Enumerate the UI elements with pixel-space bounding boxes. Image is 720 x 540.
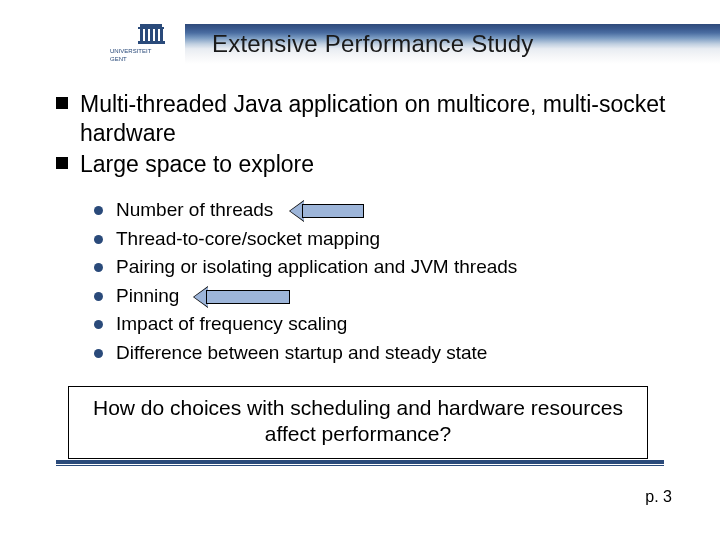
svg-rect-5 (155, 29, 158, 41)
square-bullet-icon (56, 97, 68, 109)
logo-text-bottom: GENT (110, 56, 127, 62)
main-bullet-item: Large space to explore (56, 150, 680, 179)
dot-bullet-icon (94, 349, 103, 358)
sub-bullet-list: Number of threads Thread-to-core/socket … (94, 196, 680, 367)
main-bullet-list: Multi-threaded Java application on multi… (56, 90, 680, 178)
sub-bullet-item: Pairing or isolating application and JVM… (94, 253, 680, 282)
slide-title: Extensive Performance Study (212, 30, 534, 58)
dot-bullet-icon (94, 263, 103, 272)
svg-rect-3 (145, 29, 148, 41)
main-bullet-text: Multi-threaded Java application on multi… (80, 91, 666, 146)
dot-bullet-icon (94, 235, 103, 244)
sub-bullet-item: Difference between startup and steady st… (94, 339, 680, 368)
sub-bullet-text: Difference between startup and steady st… (116, 342, 487, 363)
sub-bullet-text: Impact of frequency scaling (116, 313, 347, 334)
arrow-icon (290, 203, 364, 219)
logo-text-top: UNIVERSITEIT (110, 48, 152, 54)
university-logo: UNIVERSITEIT GENT (110, 22, 180, 64)
sub-bullet-text: Pairing or isolating application and JVM… (116, 256, 517, 277)
footer-rule (56, 460, 664, 466)
dot-bullet-icon (94, 292, 103, 301)
svg-rect-1 (138, 27, 164, 29)
content-area: Multi-threaded Java application on multi… (56, 90, 680, 367)
svg-rect-0 (140, 24, 162, 27)
sub-bullet-item: Thread-to-core/socket mapping (94, 225, 680, 254)
dot-bullet-icon (94, 320, 103, 329)
sub-bullet-text: Pinning (116, 285, 179, 306)
sub-bullet-item: Pinning (94, 282, 680, 311)
main-bullet-text: Large space to explore (80, 151, 314, 177)
square-bullet-icon (56, 157, 68, 169)
callout-box: How do choices with scheduling and hardw… (68, 386, 648, 459)
title-bar: UNIVERSITEIT GENT Extensive Performance … (0, 24, 720, 64)
svg-rect-2 (140, 29, 143, 41)
sub-bullet-text: Thread-to-core/socket mapping (116, 228, 380, 249)
sub-bullet-item: Number of threads (94, 196, 680, 225)
svg-rect-4 (150, 29, 153, 41)
page-number: p. 3 (645, 488, 672, 506)
arrow-icon (194, 289, 290, 305)
dot-bullet-icon (94, 206, 103, 215)
callout-text: How do choices with scheduling and hardw… (93, 396, 623, 445)
svg-rect-7 (138, 41, 165, 44)
svg-rect-6 (160, 29, 163, 41)
sub-bullet-text: Number of threads (116, 199, 273, 220)
sub-bullet-item: Impact of frequency scaling (94, 310, 680, 339)
main-bullet-item: Multi-threaded Java application on multi… (56, 90, 680, 148)
